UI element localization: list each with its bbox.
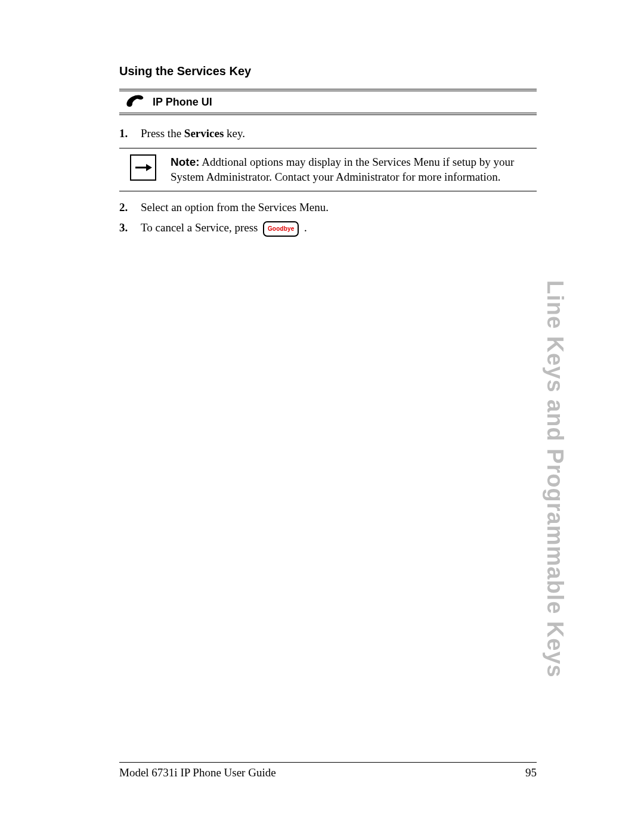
step-1: 1. Press the Services key.	[119, 123, 537, 144]
step-number: 3.	[119, 220, 132, 237]
step-2: 2. Select an option from the Services Me…	[119, 197, 537, 218]
step-text: Press the Services key.	[141, 126, 537, 142]
footer-title: Model 6731i IP Phone User Guide	[119, 766, 276, 779]
text-pre: To cancel a Service, press	[141, 221, 261, 234]
page-footer: Model 6731i IP Phone User Guide 95	[119, 762, 537, 779]
step-number: 2.	[119, 200, 132, 216]
side-tab-label: Line Keys and Programmable Keys	[542, 280, 568, 678]
ui-banner: IP Phone UI	[119, 89, 537, 115]
goodbye-key-icon: Goodbye	[263, 221, 299, 237]
text-post: .	[304, 221, 307, 234]
note-body: Addtional options may display in the Ser…	[171, 156, 514, 184]
step-number: 1.	[119, 126, 132, 142]
steps-list: 1. Press the Services key. Note: Addtion…	[119, 123, 537, 239]
note-block: Note: Addtional options may display in t…	[119, 148, 537, 191]
section-heading: Using the Services Key	[119, 64, 537, 78]
text-pre: Press the	[141, 127, 184, 140]
text-post: key.	[224, 127, 245, 140]
text-bold: Services	[184, 127, 224, 140]
document-page: Using the Services Key IP Phone UI 1. Pr…	[0, 0, 644, 833]
goodbye-key-label: Goodbye	[268, 225, 295, 233]
svg-marker-1	[146, 164, 152, 171]
page-number: 95	[525, 766, 537, 779]
step-3: 3. To cancel a Service, press Goodbye .	[119, 218, 537, 239]
footer-rule	[119, 762, 537, 763]
note-text: Note: Addtional options may display in t…	[171, 154, 537, 185]
phone-handset-icon	[125, 95, 145, 109]
arrow-right-icon	[130, 154, 156, 181]
note-lead: Note:	[171, 156, 200, 168]
banner-label: IP Phone UI	[153, 96, 212, 109]
step-text: Select an option from the Services Menu.	[141, 200, 537, 216]
step-text: To cancel a Service, press Goodbye .	[141, 220, 537, 237]
